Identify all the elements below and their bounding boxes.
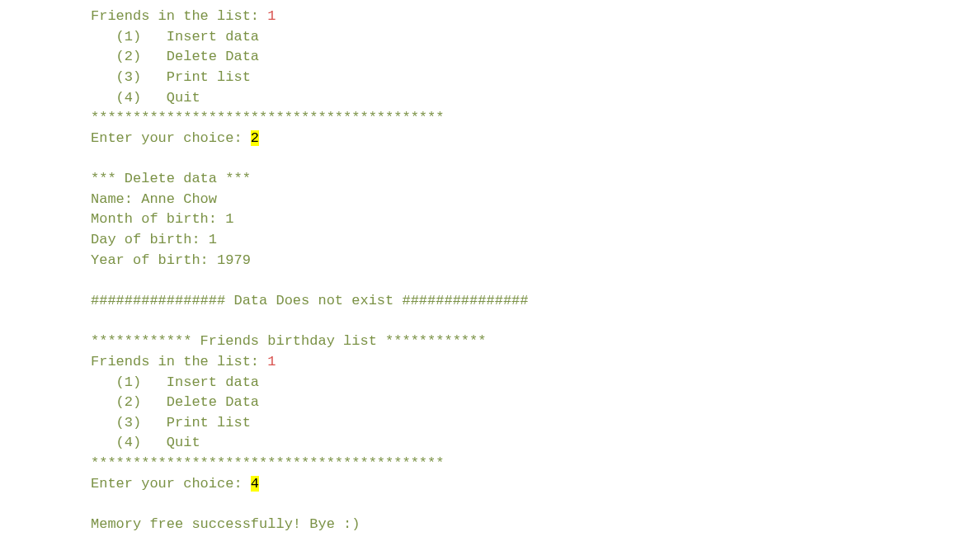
menu2-prompt-line: Enter your choice: 4 (91, 474, 961, 495)
menu2-option-1: (1) Insert data (91, 373, 961, 393)
friends-count-value-2: 1 (267, 354, 276, 369)
delete-day: Day of birth: 1 (91, 230, 961, 251)
friends-count-line: Friends in the list: 1 (91, 7, 961, 27)
delete-month: Month of birth: 1 (91, 209, 961, 230)
blank-line (91, 312, 961, 332)
menu1-prompt-line: Enter your choice: 2 (91, 129, 961, 149)
delete-header: *** Delete data *** (91, 169, 961, 190)
menu1-option-3: (3) Print list (91, 68, 961, 88)
not-exist-message: ################ Data Does not exist ###… (91, 291, 961, 312)
menu2-title: ************ Friends birthday list *****… (91, 332, 961, 352)
bye-message: Memory free successfully! Bye :) (91, 515, 961, 535)
menu2-option-3: (3) Print list (91, 413, 961, 434)
blank-line (91, 271, 961, 291)
delete-name: Name: Anne Chow (91, 190, 961, 210)
menu1-option-1: (1) Insert data (91, 27, 961, 48)
friends-count-value: 1 (267, 8, 276, 24)
menu1-choice-input[interactable]: 2 (251, 130, 259, 146)
friends-count-label: Friends in the list: (91, 8, 267, 24)
blank-line (91, 494, 961, 515)
menu2-prompt-label: Enter your choice: (91, 476, 251, 492)
menu1-option-2: (2) Delete Data (91, 47, 961, 68)
menu1-separator: ****************************************… (91, 108, 961, 129)
friends-count-label-2: Friends in the list: (91, 354, 267, 369)
menu2-separator: ****************************************… (91, 454, 961, 474)
menu1-option-4: (4) Quit (91, 88, 961, 109)
blank-line (91, 148, 961, 169)
menu2-choice-input[interactable]: 4 (251, 476, 259, 492)
delete-year: Year of birth: 1979 (91, 251, 961, 271)
menu1-prompt-label: Enter your choice: (91, 130, 251, 146)
menu2-option-4: (4) Quit (91, 433, 961, 454)
menu2-option-2: (2) Delete Data (91, 393, 961, 413)
friends-count-line-2: Friends in the list: 1 (91, 352, 961, 373)
